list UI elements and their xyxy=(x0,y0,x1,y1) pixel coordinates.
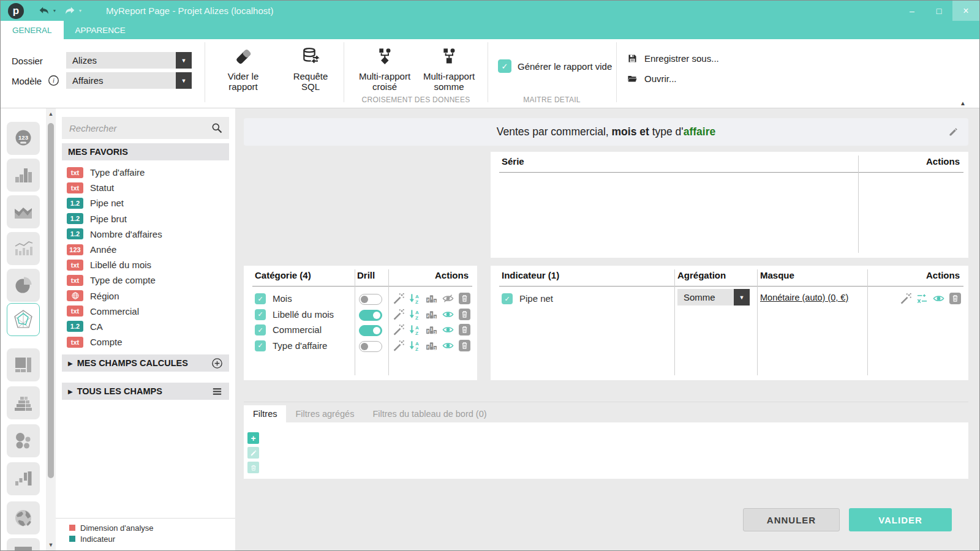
drill-toggle[interactable] xyxy=(359,310,382,321)
section-mes-favoris[interactable]: MES FAVORIS xyxy=(62,143,229,160)
scroll-up-icon[interactable]: ▲ xyxy=(46,111,56,117)
multi-rapport-somme-button[interactable]: Multi-rapport somme xyxy=(418,47,480,92)
agregation-dropdown[interactable]: Somme ▼ xyxy=(677,289,750,305)
chart-type-kpi[interactable]: 123 xyxy=(7,122,40,155)
chart-type-map[interactable] xyxy=(7,501,40,534)
modele-dropdown[interactable]: Affaires ▼ xyxy=(66,72,192,89)
multi-rapport-croise-button[interactable]: Multi-rapport croisé xyxy=(352,47,418,92)
podium-ranking-icon[interactable]: 213 xyxy=(426,324,437,335)
search-input[interactable] xyxy=(62,123,211,133)
chart-type-waterfall[interactable] xyxy=(7,462,40,495)
row-checkbox[interactable]: ✓ xyxy=(255,309,266,320)
chart-type-combo[interactable] xyxy=(7,232,40,265)
minimize-button[interactable]: – xyxy=(899,1,925,21)
generer-rapport-vide-checkbox[interactable]: ✓ xyxy=(498,59,511,73)
enregistrer-sous-button[interactable]: Enregistrer sous... xyxy=(627,53,719,64)
field-pipe-brut[interactable]: 1.2Pipe brut xyxy=(62,211,229,227)
row-checkbox[interactable]: ✓ xyxy=(502,293,513,304)
field-commercial[interactable]: txtCommercial xyxy=(62,304,229,319)
sort-az-icon[interactable]: AZ xyxy=(409,293,421,304)
annuler-button[interactable]: ANNULER xyxy=(743,508,840,531)
info-icon[interactable]: i xyxy=(48,75,59,86)
sort-az-icon[interactable]: AZ xyxy=(409,340,421,351)
row-checkbox[interactable]: ✓ xyxy=(255,340,266,351)
podium-ranking-icon[interactable]: 213 xyxy=(426,309,437,320)
trash-icon[interactable] xyxy=(459,293,470,304)
chart-type-radar[interactable] xyxy=(7,303,40,336)
field-type-de-compte[interactable]: txtType de compte xyxy=(62,272,229,288)
section-mes-champs-calcules[interactable]: ▶ MES CHAMPS CALCULES xyxy=(62,354,229,372)
maximize-button[interactable]: □ xyxy=(925,1,952,21)
podium-ranking-icon[interactable]: 213 xyxy=(426,293,437,304)
chart-type-layout[interactable] xyxy=(7,348,40,381)
chart-type-table[interactable] xyxy=(7,538,40,551)
visibility-eye-icon[interactable] xyxy=(442,324,454,335)
scroll-down-icon[interactable]: ▼ xyxy=(46,542,56,548)
tab-filtres-tableau-de-bord[interactable]: Filtres du tableau de bord (0) xyxy=(363,405,496,422)
drill-toggle[interactable] xyxy=(359,325,382,336)
drill-toggle[interactable] xyxy=(359,341,382,352)
formula-icon[interactable] xyxy=(916,293,928,304)
edit-title-pencil-icon[interactable] xyxy=(948,127,959,137)
menu-hamburger-icon[interactable] xyxy=(211,386,223,397)
visibility-eye-icon[interactable] xyxy=(442,293,454,304)
collapse-ribbon-icon[interactable]: ▲ xyxy=(960,100,966,107)
field-statut[interactable]: txtStatut xyxy=(62,180,229,195)
chevron-down-icon[interactable]: ▼ xyxy=(734,289,750,305)
field-pipe-net[interactable]: 1.2Pipe net xyxy=(62,195,229,211)
dossier-dropdown[interactable]: Alizes ▼ xyxy=(66,52,192,69)
podium-ranking-icon[interactable]: 213 xyxy=(426,340,437,351)
field-libelle-du-mois[interactable]: txtLibellé du mois xyxy=(62,257,229,272)
row-checkbox[interactable]: ✓ xyxy=(255,293,266,304)
close-button[interactable]: × xyxy=(952,1,979,21)
vider-le-rapport-button[interactable]: Vider le rapport xyxy=(216,47,270,92)
requete-sql-button[interactable]: Requête SQL xyxy=(284,47,337,92)
wand-icon[interactable] xyxy=(393,309,404,320)
scrollbar-thumb[interactable] xyxy=(48,123,54,478)
wand-icon[interactable] xyxy=(900,293,911,304)
chevron-down-icon[interactable]: ▼ xyxy=(176,52,192,69)
masque-link[interactable]: Monétaire (auto) (0, €) xyxy=(760,293,848,302)
wand-icon[interactable] xyxy=(393,293,404,304)
tab-filtres[interactable]: Filtres xyxy=(244,405,286,422)
undo-icon[interactable] xyxy=(37,4,51,18)
ouvrir-button[interactable]: Ouvrir... xyxy=(627,73,677,84)
field-ca[interactable]: 1.2CA xyxy=(62,319,229,334)
sort-az-icon[interactable]: AZ xyxy=(409,324,421,335)
add-filter-button[interactable]: + xyxy=(247,432,259,444)
trash-icon[interactable] xyxy=(459,309,470,320)
chart-type-pyramid[interactable] xyxy=(7,386,40,419)
section-tous-les-champs[interactable]: ▶ TOUS LES CHAMPS xyxy=(62,383,229,400)
row-checkbox[interactable]: ✓ xyxy=(255,324,266,335)
field-compte[interactable]: txtCompte xyxy=(62,334,229,350)
redo-icon[interactable] xyxy=(63,4,77,18)
tab-filtres-agreges[interactable]: Filtres agrégés xyxy=(286,405,363,422)
visibility-eye-icon[interactable] xyxy=(442,309,454,320)
visibility-eye-icon[interactable] xyxy=(933,293,944,304)
trash-icon[interactable] xyxy=(459,324,470,335)
trash-icon[interactable] xyxy=(949,293,961,304)
wand-icon[interactable] xyxy=(393,324,404,335)
field-region[interactable]: Région xyxy=(62,288,229,304)
undo-dropdown-icon[interactable]: ▾ xyxy=(53,8,56,13)
chart-type-pie[interactable] xyxy=(7,269,40,302)
chevron-down-icon[interactable]: ▼ xyxy=(176,72,192,89)
redo-dropdown-icon[interactable]: ▾ xyxy=(79,8,81,13)
add-circle-icon[interactable] xyxy=(211,358,223,369)
edit-filter-button[interactable] xyxy=(247,447,259,459)
tab-general[interactable]: GENERAL xyxy=(1,21,64,39)
chart-type-area[interactable] xyxy=(7,195,40,228)
sort-az-icon[interactable]: AZ xyxy=(409,309,421,320)
search-icon[interactable] xyxy=(211,122,223,134)
field-annee[interactable]: 123Année xyxy=(62,242,229,257)
field-type-daffaire[interactable]: txtType d'affaire xyxy=(62,165,229,180)
tab-apparence[interactable]: APPARENCE xyxy=(64,21,137,39)
valider-button[interactable]: VALIDER xyxy=(849,508,952,531)
wand-icon[interactable] xyxy=(393,340,404,351)
drill-toggle[interactable] xyxy=(359,294,382,305)
delete-filter-button[interactable] xyxy=(247,462,259,473)
chart-type-bubble[interactable] xyxy=(7,424,40,457)
rail-scrollbar[interactable]: ▲ ▼ xyxy=(46,108,56,550)
chart-type-bar[interactable] xyxy=(7,159,40,192)
visibility-eye-icon[interactable] xyxy=(442,340,454,351)
